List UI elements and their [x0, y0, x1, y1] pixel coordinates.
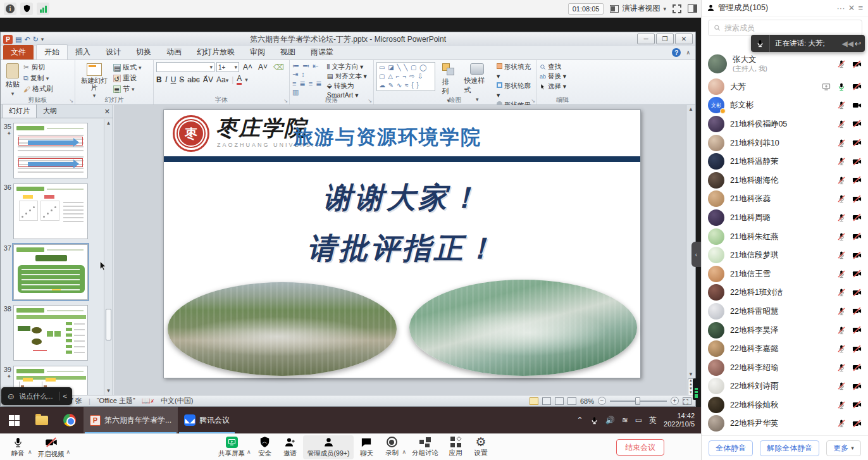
mic-off-icon[interactable]: [837, 344, 846, 353]
camera-off-icon[interactable]: [852, 213, 862, 222]
slide-sorter-button[interactable]: [542, 397, 551, 405]
select-button[interactable]: 选择 ▾: [540, 82, 585, 91]
layout-button[interactable]: ▤版式▾: [113, 62, 142, 73]
taskbar-task-meeting[interactable]: ◣◢腾讯会议: [178, 407, 236, 433]
change-case-button[interactable]: Aa▾: [216, 75, 228, 84]
zoom-in-button[interactable]: +: [671, 397, 679, 405]
mic-off-icon[interactable]: [837, 120, 846, 128]
tray-expand-icon[interactable]: ⌃: [577, 416, 583, 425]
dialog-launcher-icon[interactable]: ↘: [368, 98, 372, 104]
toolbar-settings-button[interactable]: ⚙设置: [468, 435, 493, 459]
toolbar-breakout-button[interactable]: 分组讨论: [407, 435, 443, 459]
tray-input-language[interactable]: 英: [649, 415, 657, 426]
mic-off-icon[interactable]: [837, 59, 846, 68]
mic-off-icon[interactable]: [837, 101, 846, 109]
new-slide-button[interactable]: 新建幻灯片▾: [78, 62, 111, 100]
participant-row[interactable]: 22地科1班刘洁: [702, 283, 868, 302]
speaker-view-button[interactable]: 演讲者视图 ▾: [610, 3, 666, 14]
participant-row[interactable]: 21地科温静茉: [702, 152, 868, 171]
format-painter-button[interactable]: 🖌格式刷: [23, 84, 53, 94]
save-icon[interactable]: ▤: [15, 35, 22, 44]
participant-row[interactable]: 文彬彭文彬: [702, 96, 868, 115]
qat-dropdown-icon[interactable]: ▾: [41, 36, 44, 42]
zoom-level[interactable]: 68%: [580, 397, 594, 405]
mic-off-icon[interactable]: [837, 363, 846, 372]
mic-off-icon[interactable]: [837, 419, 846, 428]
toast-reply-icon[interactable]: ↩: [855, 39, 861, 48]
participant-row[interactable]: 21地科刘菲10: [702, 134, 868, 152]
font-size-combo[interactable]: 1+▾: [216, 62, 239, 72]
ribbon-tab-切换[interactable]: 切换: [128, 45, 159, 59]
participant-row[interactable]: 21地信王雪: [702, 264, 868, 283]
mic-off-icon[interactable]: [837, 401, 846, 409]
ribbon-tab-雨课堂[interactable]: 雨课堂: [303, 45, 341, 59]
camera-off-icon[interactable]: [852, 306, 862, 316]
camera-off-icon[interactable]: [852, 288, 862, 297]
mic-off-icon[interactable]: [837, 213, 846, 222]
find-button[interactable]: 查找: [540, 62, 585, 71]
slides-panel-scrollbar[interactable]: ▲ ▼: [104, 119, 113, 395]
slide-thumbnail-35[interactable]: [13, 123, 88, 178]
align-icons[interactable]: ≡ ≣ ≡ ≣ ▥: [292, 80, 323, 96]
slideshow-button[interactable]: [567, 397, 576, 405]
strike-button[interactable]: S: [179, 75, 184, 84]
mic-off-icon[interactable]: [837, 270, 846, 278]
protection-shield-icon[interactable]: [20, 3, 33, 15]
participant-row[interactable]: 21地科朱红燕: [702, 227, 868, 246]
text-direction-button[interactable]: ⫴ 文字方向 ▾: [327, 62, 371, 71]
participant-row[interactable]: 22地科李昊泽: [702, 321, 868, 340]
cut-button[interactable]: ✂剪切: [23, 62, 53, 73]
redo-icon[interactable]: ↻: [33, 35, 39, 44]
clear-format-button[interactable]: ⌫: [271, 63, 286, 71]
unmute-all-button[interactable]: 解除全体静音: [760, 440, 819, 456]
bullets-icons[interactable]: ≔ ≕ ⇤ ⇥ ↕: [292, 62, 323, 78]
mic-off-icon[interactable]: [837, 326, 846, 335]
mic-off-icon[interactable]: [837, 176, 846, 185]
slide-editor-area[interactable]: 枣 枣庄学院 ZAOZHUANG UNIVERSITY 旅游与资源环境学院 谢谢…: [114, 105, 686, 395]
participant-row[interactable]: 21地科侯福峥05: [702, 115, 868, 134]
ribbon-tab-文件[interactable]: 文件: [3, 45, 34, 59]
font-name-combo[interactable]: ▾: [156, 62, 214, 72]
ribbon-tab-审阅[interactable]: 审阅: [242, 45, 273, 59]
ribbon-tab-动画[interactable]: 动画: [159, 45, 189, 59]
slide-thumbnail-38[interactable]: [13, 305, 88, 361]
chat-collapse-icon[interactable]: <: [63, 392, 67, 400]
ribbon-tab-插入[interactable]: 插入: [68, 45, 98, 59]
ribbon-tab-设计[interactable]: 设计: [98, 45, 128, 59]
tray-volume-icon[interactable]: 🔊: [605, 416, 615, 425]
align-text-button[interactable]: ▤ 对齐文本 ▾: [327, 71, 371, 81]
participant-row[interactable]: 21地科周璐: [702, 208, 868, 227]
participant-row[interactable]: 22地科雷昭慧: [702, 302, 868, 321]
underline-button[interactable]: U: [171, 75, 177, 84]
ribbon-collapse-icon[interactable]: ∧: [686, 49, 690, 56]
toolbar-shield-button[interactable]: ︿安全: [252, 435, 278, 459]
minimize-button[interactable]: ─: [637, 34, 655, 44]
meeting-info-icon[interactable]: i: [4, 3, 16, 15]
participant-row[interactable]: 22地科李绍瑜: [702, 358, 868, 377]
camera-off-icon[interactable]: [852, 59, 862, 69]
mic-off-icon[interactable]: [837, 139, 846, 147]
camera-off-icon[interactable]: [852, 269, 862, 278]
mic-off-icon[interactable]: [837, 251, 846, 259]
camera-off-icon[interactable]: [852, 400, 862, 409]
camera-off-icon[interactable]: [852, 419, 862, 428]
tray-battery-icon[interactable]: ▭: [635, 416, 642, 425]
toolbar-members-button[interactable]: 管理成员(99+): [303, 435, 354, 459]
shrink-font-button[interactable]: A˅: [256, 63, 270, 71]
camera-off-icon[interactable]: [852, 194, 862, 204]
fullscreen-button[interactable]: [673, 4, 681, 13]
paste-button[interactable]: 粘贴▾: [3, 62, 22, 98]
camera-off-icon[interactable]: [852, 119, 862, 128]
ribbon-tab-开始[interactable]: 开始: [36, 44, 68, 59]
camera-off-icon[interactable]: [852, 344, 862, 354]
participant-row[interactable]: 22地科尹华英: [702, 414, 868, 433]
section-button[interactable]: ≣节▾: [113, 84, 142, 94]
mic-on-icon[interactable]: [837, 82, 846, 91]
toolbar-mic-button[interactable]: 静音: [5, 435, 30, 459]
participant-row[interactable]: 21地科谢海伦: [702, 171, 868, 190]
camera-off-icon[interactable]: [852, 363, 862, 372]
camera-on-icon[interactable]: [852, 101, 862, 110]
mic-off-icon[interactable]: [837, 194, 846, 203]
grow-font-button[interactable]: A˄: [241, 63, 254, 71]
close-slides-panel-icon[interactable]: ✕: [104, 108, 110, 116]
